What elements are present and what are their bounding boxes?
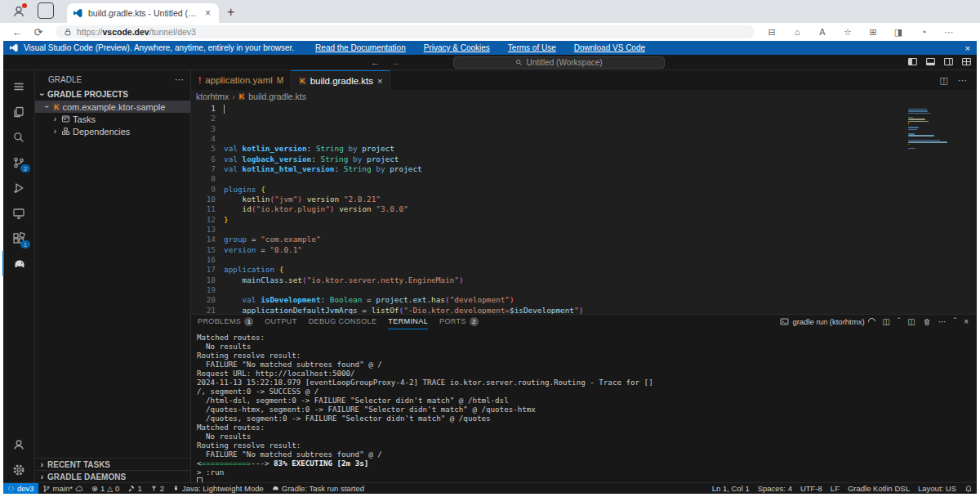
error-icon: ⊗ xyxy=(91,484,98,493)
status-encoding[interactable]: UTF-8 xyxy=(796,483,826,494)
status-notifications[interactable] xyxy=(960,483,977,494)
status-remote-indicator[interactable]: dev3 xyxy=(3,483,38,494)
browser-workspaces-button[interactable] xyxy=(38,2,54,19)
activity-item-run-debug[interactable] xyxy=(3,175,34,200)
close-panel-icon[interactable]: × xyxy=(964,317,969,326)
editor-tab-application.yaml[interactable]: !application.yamlM xyxy=(191,70,292,90)
vscode-logo-icon xyxy=(10,43,19,52)
progress-spinner-icon xyxy=(866,316,877,327)
panel-tab-debug-console[interactable]: DEBUG CONSOLE xyxy=(309,315,377,329)
favorites-star-icon[interactable]: ☆ xyxy=(842,27,853,38)
activity-item-account[interactable] xyxy=(3,432,34,457)
command-center[interactable]: Untitled (Workspace) xyxy=(453,56,665,69)
section-recent-tasks[interactable]: ›RECENT TASKS xyxy=(35,458,190,470)
banner-link[interactable]: Read the Documentation xyxy=(315,43,406,52)
activity-item-explorer[interactable] xyxy=(3,99,34,124)
panel-tabbar: PROBLEMS1OUTPUTDEBUG CONSOLETERMINALPORT… xyxy=(191,315,977,329)
panel-tab-label: DEBUG CONSOLE xyxy=(309,317,377,325)
tab-close-icon[interactable]: × xyxy=(203,7,212,19)
chevron-down-icon[interactable]: ˇ xyxy=(898,317,900,326)
code-line xyxy=(224,225,977,235)
status-eol[interactable]: LF xyxy=(826,483,844,494)
browser-tab[interactable]: build.gradle.kts - Untitled (Works… × xyxy=(67,3,219,23)
new-tab-button[interactable]: + xyxy=(227,5,234,20)
layout-controls xyxy=(907,56,972,67)
status-label: main* xyxy=(53,484,73,493)
activity-item-extensions[interactable]: 1 xyxy=(3,226,34,251)
back-icon[interactable]: ← xyxy=(7,26,28,38)
panel-tab-terminal[interactable]: TERMINAL xyxy=(388,315,428,329)
status-build-indicator[interactable]: 1 xyxy=(123,483,145,494)
kill-terminal-icon[interactable] xyxy=(923,318,931,326)
sidebar-more-actions-icon[interactable]: ⋯ xyxy=(175,74,184,85)
activity-item-search[interactable] xyxy=(3,124,34,150)
section-gradle-projects[interactable]: › GRADLE PROJECTS xyxy=(35,88,190,101)
views-icon[interactable]: ◫ xyxy=(907,317,915,326)
minimap-line xyxy=(908,141,947,143)
section-gradle-daemons[interactable]: ›GRADLE DAEMONS xyxy=(35,470,190,482)
browser-essentials-icon[interactable]: ⌂ xyxy=(791,27,803,37)
collections-icon[interactable]: ⊞ xyxy=(867,27,879,38)
banner-close-icon[interactable]: × xyxy=(965,43,970,53)
minimap[interactable] xyxy=(908,106,951,150)
status-gradle-status[interactable]: Gradle: Task run started xyxy=(268,483,368,494)
code-editor[interactable]: 123456789101112131415161718192021 val ko… xyxy=(191,102,977,314)
panel-tab-output[interactable]: OUTPUT xyxy=(265,315,296,329)
activity-item-source-control[interactable]: 2 xyxy=(3,150,34,175)
refresh-icon[interactable]: ⟳ xyxy=(28,26,49,38)
status-label: 0 xyxy=(115,484,119,493)
status-indentation[interactable]: Spaces: 4 xyxy=(754,483,796,494)
panel-tab-problems[interactable]: PROBLEMS1 xyxy=(198,315,253,329)
terminal-output[interactable]: Matched routes: No resultsRouting resolv… xyxy=(191,329,977,482)
toggle-panel-icon[interactable] xyxy=(925,56,936,67)
activity-item-menu[interactable] xyxy=(3,74,34,99)
history-forward-icon[interactable]: → xyxy=(391,57,400,67)
status-language-mode[interactable]: Gradle Kotlin DSL xyxy=(844,483,914,494)
tree-item[interactable]: ›Kcom.example.ktor-sample xyxy=(35,101,190,113)
deps-icon xyxy=(61,127,70,136)
status-keyboard-layout[interactable]: Layout: US xyxy=(914,483,960,494)
activity-item-gradle[interactable] xyxy=(2,251,35,276)
breadcrumb-item[interactable]: build.gradle.kts xyxy=(248,92,306,101)
split-editor-icon[interactable]: ◫ xyxy=(940,75,948,86)
close-icon[interactable]: × xyxy=(377,76,382,86)
status-problems-indicator[interactable]: ⊗1△0 xyxy=(87,483,123,494)
address-bar[interactable]: https://vscode.dev/tunnel/dev3 xyxy=(56,25,755,38)
sidebar-icon[interactable]: ◨ xyxy=(893,27,904,38)
code-line: val kotlinx_html_version: String by proj… xyxy=(224,164,977,174)
maximize-panel-icon[interactable]: ˆ xyxy=(954,317,956,326)
status-cursor-position[interactable]: Ln 1, Col 1 xyxy=(708,483,754,494)
tree-item[interactable]: ›Dependencies xyxy=(35,125,190,137)
site-info-lock-icon[interactable] xyxy=(64,28,72,36)
status-java-status[interactable]: Java: Lightweight Mode xyxy=(168,483,268,494)
toggle-secondary-sidebar-icon[interactable] xyxy=(943,56,954,67)
minimap-line xyxy=(908,129,917,131)
more-menu-icon[interactable]: ⋯ xyxy=(943,27,955,38)
rocket-icon xyxy=(172,485,180,492)
more-actions-icon[interactable]: ⋯ xyxy=(958,75,967,86)
customize-layout-icon[interactable] xyxy=(961,56,972,67)
badge-count: 2 xyxy=(470,317,479,326)
banner-link[interactable]: Privacy & Cookies xyxy=(424,43,490,52)
breadcrumb-item[interactable]: ktorhtmx xyxy=(196,92,229,101)
activity-item-settings[interactable] xyxy=(3,457,34,482)
status-branch-indicator[interactable]: main* xyxy=(38,483,87,494)
split-terminal-icon[interactable]: ◫ xyxy=(883,317,890,326)
tree-item[interactable]: ›Tasks xyxy=(35,113,190,125)
editor-tab-build.gradle.kts[interactable]: Kbuild.gradle.kts× xyxy=(292,70,390,90)
minimap-line xyxy=(908,135,934,137)
status-ports-indicator[interactable]: 2 xyxy=(146,483,168,494)
banner-link[interactable]: Terms of Use xyxy=(508,43,556,52)
split-screen-icon[interactable]: ⊟ xyxy=(766,27,777,38)
toggle-sidebar-icon[interactable] xyxy=(907,56,918,67)
activity-item-remote-explorer[interactable] xyxy=(3,200,34,226)
banner-link[interactable]: Download VS Code xyxy=(574,43,645,52)
history-back-icon[interactable]: ← xyxy=(371,57,380,67)
terminal-session[interactable]: gradle run (ktorhtmx) xyxy=(780,317,875,326)
read-aloud-icon[interactable]: A xyxy=(817,27,828,37)
settings-icon xyxy=(12,463,25,477)
panel-tab-ports[interactable]: PORTS2 xyxy=(439,315,479,329)
copilot-icon[interactable]: ◔ xyxy=(918,27,929,37)
more-actions-icon[interactable]: ⋯ xyxy=(938,317,947,326)
browser-profile-button[interactable] xyxy=(10,2,28,20)
